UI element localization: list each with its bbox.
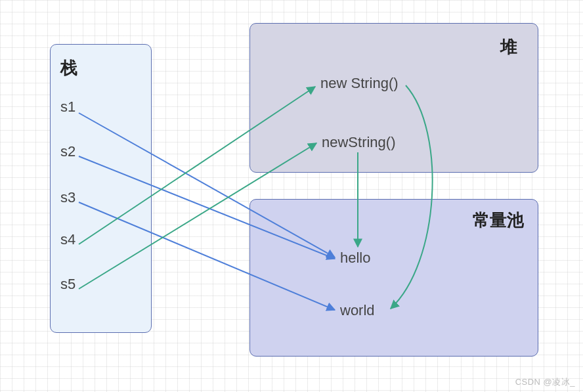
pool-title: 常量池: [473, 209, 524, 232]
stack-item-s4: s4: [60, 231, 76, 248]
watermark: CSDN @凌冰_: [515, 376, 575, 388]
stack-item-s2: s2: [60, 143, 76, 160]
stack-title: 栈: [60, 56, 77, 79]
diagram-canvas: 栈 堆 常量池 s1 s2 s3 s4 s5 new String() newS…: [0, 0, 583, 392]
stack-item-s1: s1: [60, 98, 76, 116]
pool-item-world: world: [340, 302, 375, 319]
heap-item-new-string-2: newString(): [322, 134, 395, 151]
stack-item-s3: s3: [60, 189, 76, 206]
heap-title: 堆: [500, 35, 517, 58]
stack-item-s5: s5: [60, 276, 76, 293]
pool-item-hello: hello: [340, 250, 370, 267]
heap-item-new-string-1: new String(): [320, 75, 399, 92]
